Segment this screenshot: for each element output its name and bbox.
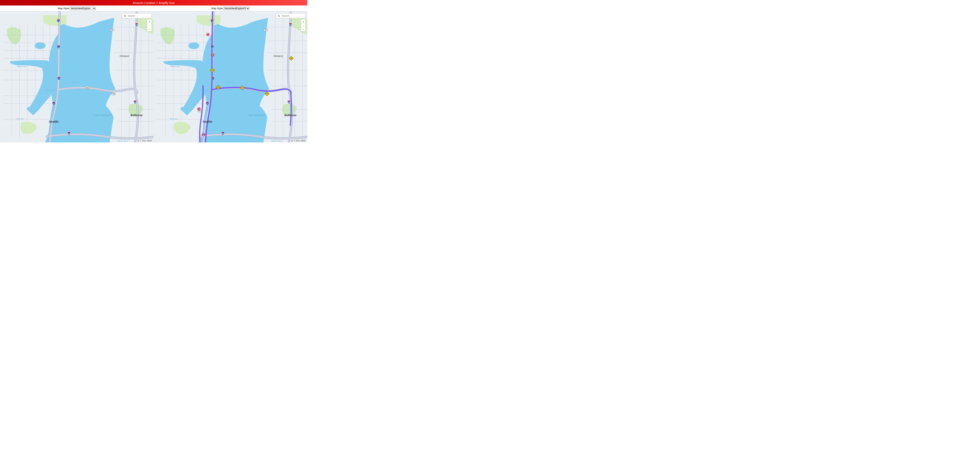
search-box bbox=[122, 13, 151, 18]
info-icon[interactable] bbox=[291, 140, 293, 142]
map-style-label: Map Style bbox=[58, 7, 69, 10]
zoom-control: ＋ － bbox=[147, 20, 151, 31]
map-style-select-right[interactable]: VectorHereExploreVectorHereExploreTruck bbox=[223, 7, 250, 10]
zoom-out-button[interactable]: － bbox=[301, 24, 305, 27]
map-style-select-left[interactable]: VectorHereExploreVectorHereExploreTruck bbox=[70, 7, 96, 10]
info-icon[interactable] bbox=[137, 140, 139, 142]
attribution: © 2022 HERE bbox=[137, 140, 153, 142]
map-right[interactable]: 5 5 5 5 405 405 90 520 522 Seattle Belle… bbox=[154, 11, 307, 142]
zoom-in-button[interactable]: ＋ bbox=[147, 20, 151, 24]
right-style-picker: Map Style VectorHereExploreVectorHereExp… bbox=[154, 5, 307, 11]
map-left[interactable]: 5 5 5 5 405 405 90 520 520 522 Seattle B… bbox=[0, 11, 154, 142]
map-style-label: Map Style bbox=[212, 7, 223, 10]
map-split: 5 5 5 5 405 405 90 520 520 522 Seattle B… bbox=[0, 11, 307, 142]
style-toolbar: Map Style VectorHereExploreVectorHereExp… bbox=[0, 5, 307, 11]
map-canvas[interactable] bbox=[0, 11, 153, 142]
search-box bbox=[276, 13, 305, 18]
search-input[interactable] bbox=[281, 14, 304, 18]
attribution-text: © 2022 HERE bbox=[294, 140, 306, 142]
compass-button[interactable] bbox=[147, 27, 151, 31]
zoom-control: ＋ － bbox=[301, 20, 305, 31]
compass-button[interactable] bbox=[301, 27, 305, 31]
search-input[interactable] bbox=[127, 14, 150, 18]
search-icon bbox=[278, 15, 280, 17]
svg-point-11 bbox=[35, 42, 46, 49]
app-title: Amazon Location × Amplify Geo bbox=[133, 1, 175, 5]
map-canvas[interactable] bbox=[154, 11, 307, 142]
svg-point-13 bbox=[188, 42, 199, 49]
attribution: © 2022 HERE bbox=[291, 140, 307, 142]
search-icon bbox=[124, 15, 126, 17]
attribution-text: © 2022 HERE bbox=[140, 140, 152, 142]
zoom-in-button[interactable]: ＋ bbox=[301, 20, 305, 24]
left-style-picker: Map Style VectorHereExploreVectorHereExp… bbox=[0, 5, 154, 11]
zoom-out-button[interactable]: － bbox=[147, 24, 151, 27]
app-banner: Amazon Location × Amplify Geo bbox=[0, 0, 307, 5]
